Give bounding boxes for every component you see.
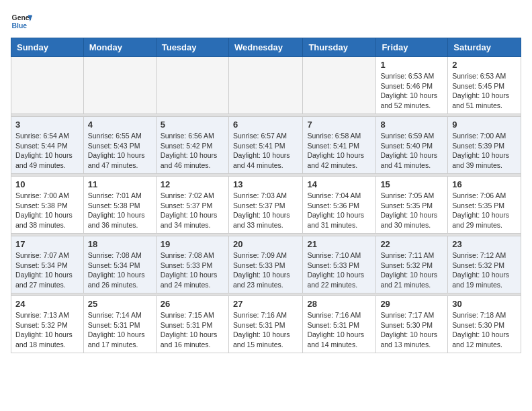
empty-cell <box>11 57 84 114</box>
day-number: 2 <box>452 60 517 70</box>
day-info: Sunrise: 7:02 AM Sunset: 5:37 PM Dayligh… <box>161 191 224 230</box>
day-number: 28 <box>307 299 371 309</box>
day-cell-27: 27Sunrise: 7:16 AM Sunset: 5:31 PM Dayli… <box>228 296 302 353</box>
day-number: 1 <box>380 60 443 70</box>
day-info: Sunrise: 7:11 AM Sunset: 5:32 PM Dayligh… <box>380 250 443 290</box>
day-info: Sunrise: 7:16 AM Sunset: 5:31 PM Dayligh… <box>233 310 298 350</box>
empty-cell <box>228 57 302 114</box>
day-cell-26: 26Sunrise: 7:15 AM Sunset: 5:31 PM Dayli… <box>156 296 228 353</box>
day-info: Sunrise: 7:07 AM Sunset: 5:34 PM Dayligh… <box>15 250 79 290</box>
day-cell-24: 24Sunrise: 7:13 AM Sunset: 5:32 PM Dayli… <box>11 296 84 353</box>
weekday-header-tuesday: Tuesday <box>156 38 228 57</box>
empty-cell <box>303 57 376 114</box>
day-number: 17 <box>15 239 79 249</box>
day-info: Sunrise: 7:00 AM Sunset: 5:38 PM Dayligh… <box>15 191 79 230</box>
day-number: 30 <box>452 299 517 309</box>
logo: General Blue <box>11 11 35 32</box>
day-number: 23 <box>452 239 517 249</box>
day-number: 4 <box>88 120 152 130</box>
week-row-2: 3Sunrise: 6:54 AM Sunset: 5:44 PM Daylig… <box>11 117 521 174</box>
page-header: General Blue <box>11 11 521 32</box>
day-number: 29 <box>380 299 443 309</box>
day-info: Sunrise: 7:16 AM Sunset: 5:31 PM Dayligh… <box>307 310 371 350</box>
day-info: Sunrise: 7:08 AM Sunset: 5:33 PM Dayligh… <box>161 250 224 290</box>
day-cell-9: 9Sunrise: 7:00 AM Sunset: 5:39 PM Daylig… <box>448 117 521 174</box>
day-info: Sunrise: 7:12 AM Sunset: 5:32 PM Dayligh… <box>452 250 517 290</box>
weekday-header-monday: Monday <box>83 38 156 57</box>
day-cell-7: 7Sunrise: 6:58 AM Sunset: 5:41 PM Daylig… <box>303 117 376 174</box>
day-cell-15: 15Sunrise: 7:05 AM Sunset: 5:35 PM Dayli… <box>376 177 448 234</box>
weekday-header-sunday: Sunday <box>11 38 84 57</box>
day-cell-5: 5Sunrise: 6:56 AM Sunset: 5:42 PM Daylig… <box>156 117 228 174</box>
day-cell-28: 28Sunrise: 7:16 AM Sunset: 5:31 PM Dayli… <box>303 296 376 353</box>
day-info: Sunrise: 7:06 AM Sunset: 5:35 PM Dayligh… <box>452 191 517 230</box>
day-cell-6: 6Sunrise: 6:57 AM Sunset: 5:41 PM Daylig… <box>228 117 302 174</box>
day-number: 12 <box>161 179 224 189</box>
calendar-table: SundayMondayTuesdayWednesdayThursdayFrid… <box>11 38 521 353</box>
day-number: 20 <box>233 239 298 249</box>
day-info: Sunrise: 6:54 AM Sunset: 5:44 PM Dayligh… <box>15 131 79 171</box>
day-info: Sunrise: 7:10 AM Sunset: 5:33 PM Dayligh… <box>307 250 371 290</box>
day-cell-17: 17Sunrise: 7:07 AM Sunset: 5:34 PM Dayli… <box>11 236 84 293</box>
day-cell-11: 11Sunrise: 7:01 AM Sunset: 5:38 PM Dayli… <box>83 177 156 234</box>
day-number: 11 <box>88 179 152 189</box>
weekday-header-friday: Friday <box>376 38 448 57</box>
day-cell-30: 30Sunrise: 7:18 AM Sunset: 5:30 PM Dayli… <box>448 296 521 353</box>
day-number: 21 <box>307 239 371 249</box>
day-cell-22: 22Sunrise: 7:11 AM Sunset: 5:32 PM Dayli… <box>376 236 448 293</box>
day-info: Sunrise: 7:14 AM Sunset: 5:31 PM Dayligh… <box>88 310 152 350</box>
week-row-4: 17Sunrise: 7:07 AM Sunset: 5:34 PM Dayli… <box>11 236 521 293</box>
empty-cell <box>156 57 228 114</box>
day-number: 15 <box>380 179 443 189</box>
day-number: 22 <box>380 239 443 249</box>
day-info: Sunrise: 6:53 AM Sunset: 5:45 PM Dayligh… <box>452 71 517 111</box>
day-number: 18 <box>88 239 152 249</box>
day-cell-19: 19Sunrise: 7:08 AM Sunset: 5:33 PM Dayli… <box>156 236 228 293</box>
day-info: Sunrise: 7:09 AM Sunset: 5:33 PM Dayligh… <box>233 250 298 290</box>
week-row-3: 10Sunrise: 7:00 AM Sunset: 5:38 PM Dayli… <box>11 177 521 234</box>
day-cell-12: 12Sunrise: 7:02 AM Sunset: 5:37 PM Dayli… <box>156 177 228 234</box>
day-number: 3 <box>15 120 79 130</box>
day-cell-18: 18Sunrise: 7:08 AM Sunset: 5:34 PM Dayli… <box>83 236 156 293</box>
day-info: Sunrise: 6:58 AM Sunset: 5:41 PM Dayligh… <box>307 131 371 171</box>
day-cell-16: 16Sunrise: 7:06 AM Sunset: 5:35 PM Dayli… <box>448 177 521 234</box>
day-info: Sunrise: 6:55 AM Sunset: 5:43 PM Dayligh… <box>88 131 152 171</box>
day-cell-25: 25Sunrise: 7:14 AM Sunset: 5:31 PM Dayli… <box>83 296 156 353</box>
day-info: Sunrise: 7:17 AM Sunset: 5:30 PM Dayligh… <box>380 310 443 350</box>
day-cell-10: 10Sunrise: 7:00 AM Sunset: 5:38 PM Dayli… <box>11 177 84 234</box>
weekday-header-wednesday: Wednesday <box>228 38 302 57</box>
day-cell-21: 21Sunrise: 7:10 AM Sunset: 5:33 PM Dayli… <box>303 236 376 293</box>
weekday-header-saturday: Saturday <box>448 38 521 57</box>
weekday-header-thursday: Thursday <box>303 38 376 57</box>
week-row-5: 24Sunrise: 7:13 AM Sunset: 5:32 PM Dayli… <box>11 296 521 353</box>
day-cell-4: 4Sunrise: 6:55 AM Sunset: 5:43 PM Daylig… <box>83 117 156 174</box>
day-number: 14 <box>307 179 371 189</box>
day-number: 6 <box>233 120 298 130</box>
day-info: Sunrise: 6:53 AM Sunset: 5:46 PM Dayligh… <box>380 71 443 111</box>
day-cell-8: 8Sunrise: 6:59 AM Sunset: 5:40 PM Daylig… <box>376 117 448 174</box>
day-number: 24 <box>15 299 79 309</box>
day-cell-29: 29Sunrise: 7:17 AM Sunset: 5:30 PM Dayli… <box>376 296 448 353</box>
day-info: Sunrise: 7:18 AM Sunset: 5:30 PM Dayligh… <box>452 310 517 350</box>
day-info: Sunrise: 7:15 AM Sunset: 5:31 PM Dayligh… <box>161 310 224 350</box>
day-number: 26 <box>161 299 224 309</box>
day-info: Sunrise: 6:57 AM Sunset: 5:41 PM Dayligh… <box>233 131 298 171</box>
day-info: Sunrise: 7:08 AM Sunset: 5:34 PM Dayligh… <box>88 250 152 290</box>
day-cell-13: 13Sunrise: 7:03 AM Sunset: 5:37 PM Dayli… <box>228 177 302 234</box>
day-number: 7 <box>307 120 371 130</box>
day-number: 5 <box>161 120 224 130</box>
day-cell-23: 23Sunrise: 7:12 AM Sunset: 5:32 PM Dayli… <box>448 236 521 293</box>
day-cell-14: 14Sunrise: 7:04 AM Sunset: 5:36 PM Dayli… <box>303 177 376 234</box>
day-number: 27 <box>233 299 298 309</box>
day-number: 10 <box>15 179 79 189</box>
day-number: 25 <box>88 299 152 309</box>
day-number: 13 <box>233 179 298 189</box>
day-number: 19 <box>161 239 224 249</box>
day-info: Sunrise: 7:00 AM Sunset: 5:39 PM Dayligh… <box>452 131 517 171</box>
day-info: Sunrise: 6:59 AM Sunset: 5:40 PM Dayligh… <box>380 131 443 171</box>
day-info: Sunrise: 7:03 AM Sunset: 5:37 PM Dayligh… <box>233 191 298 230</box>
day-info: Sunrise: 7:01 AM Sunset: 5:38 PM Dayligh… <box>88 191 152 230</box>
day-cell-2: 2Sunrise: 6:53 AM Sunset: 5:45 PM Daylig… <box>448 57 521 114</box>
day-number: 8 <box>380 120 443 130</box>
day-info: Sunrise: 6:56 AM Sunset: 5:42 PM Dayligh… <box>161 131 224 171</box>
